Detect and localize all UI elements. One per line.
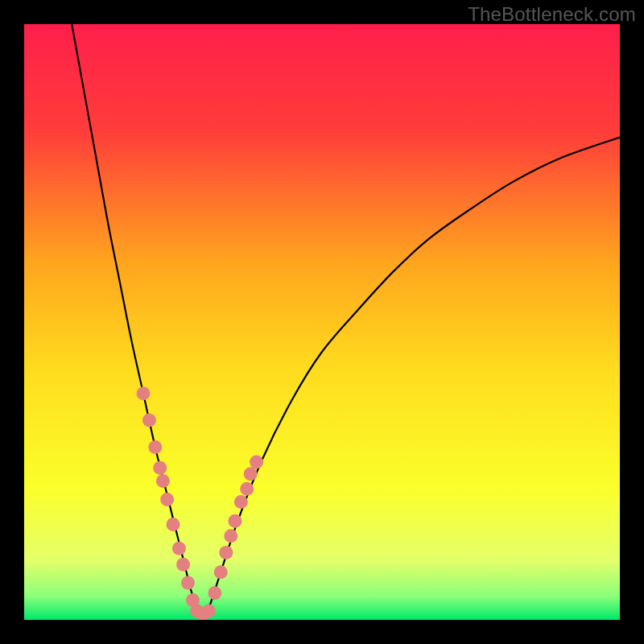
chart-frame: TheBottleneck.com: [0, 0, 644, 644]
plot-area: [24, 24, 620, 620]
marker-point: [250, 455, 263, 469]
marker-point: [156, 474, 170, 488]
marker-point: [228, 514, 242, 528]
marker-point: [181, 576, 195, 590]
marker-point: [142, 414, 156, 427]
marker-point: [153, 461, 167, 475]
watermark-text: TheBottleneck.com: [468, 3, 636, 26]
marker-point: [219, 546, 233, 559]
marker-point: [160, 493, 174, 506]
marker-point: [176, 558, 190, 572]
chart-svg: [24, 24, 620, 620]
marker-point: [137, 386, 151, 400]
marker-point: [214, 565, 228, 579]
marker-point: [167, 518, 180, 531]
marker-point: [224, 529, 237, 543]
marker-point: [202, 604, 216, 617]
marker-point: [234, 495, 248, 509]
marker-point: [208, 586, 221, 600]
gradient-background: [24, 24, 620, 620]
marker-point: [240, 482, 254, 496]
marker-point: [172, 542, 186, 555]
marker-point: [244, 467, 258, 481]
marker-point: [148, 440, 162, 454]
